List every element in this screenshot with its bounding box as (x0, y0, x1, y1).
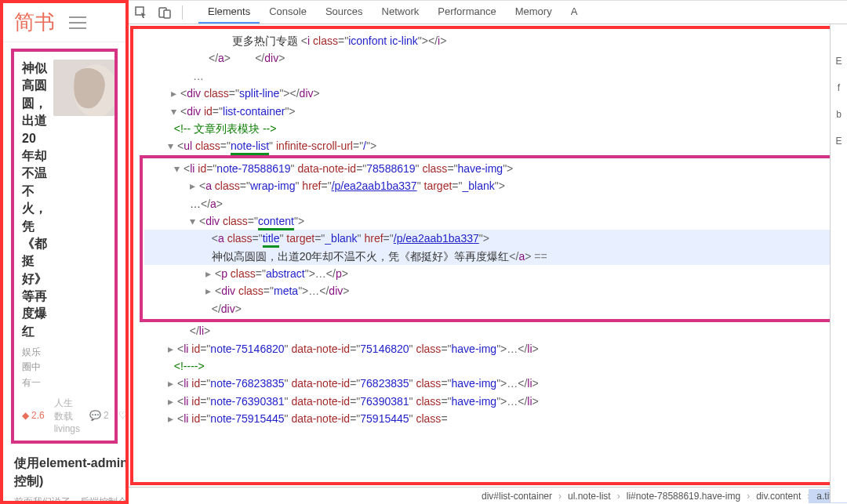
dom-node[interactable]: ▸<div class="split-line"></div> (138, 85, 836, 102)
inspect-icon[interactable] (135, 6, 147, 19)
dom-node: </div> (144, 300, 830, 317)
dom-comment: <!----> (138, 357, 836, 375)
dom-node[interactable]: ▸<li id="note-75915445" data-note-id="75… (138, 410, 836, 427)
dom-node[interactable]: ▸<a class="wrap-img" href="/p/ea2aab1ba3… (144, 177, 830, 212)
tab-elements[interactable]: Elements (198, 1, 260, 24)
device-toggle-icon[interactable] (158, 6, 171, 19)
dom-node: </li> (138, 322, 836, 339)
article-abstract: 前面我们说了，后端控制会相对安全一些。参考了https://www.cnblog… (14, 495, 129, 504)
svg-rect-18 (164, 10, 170, 18)
crumb-item[interactable]: div#list-container (474, 489, 560, 503)
devtools-tabs: Elements Console Sources Network Perform… (198, 1, 587, 24)
article-title[interactable]: 使用element-admin 实现动态路由(后端控制) (14, 455, 129, 490)
tab-console[interactable]: Console (260, 1, 316, 24)
article-item[interactable]: 神似高圆圆，出道20年却不温不火，凭《都挺好》等再度爆红 娱乐圈中有一些明星虽然… (11, 49, 118, 444)
crumb-item[interactable]: li#note-78588619.have-img (619, 489, 748, 503)
devtools-panel: Elements Console Sources Network Perform… (129, 0, 847, 504)
like-count: ♡ 9 (118, 410, 129, 421)
site-logo[interactable]: 简书 (14, 9, 55, 36)
author-name[interactable]: 人生数载livings (54, 397, 80, 434)
dom-tree[interactable]: 更多热门专题 <i class="iconfont ic-link"></i> … (130, 26, 844, 485)
tab-memory[interactable]: Memory (506, 1, 562, 24)
selected-dom-region: ▾<li id="note-78588619" data-note-id="78… (140, 155, 834, 323)
dom-text-node[interactable]: 神似高圆圆，出道20年却不温不火，凭《都挺好》等再度爆红</a> == (144, 248, 830, 265)
dom-node-selected[interactable]: <a class="title" target="_blank" href="/… (144, 230, 830, 247)
tab-network[interactable]: Network (373, 1, 429, 24)
dom-comment: <!-- 文章列表模块 --> (138, 120, 836, 137)
article-title[interactable]: 神似高圆圆，出道20年却不温不火，凭《都挺好》等再度爆红 (22, 60, 47, 340)
dom-node[interactable]: ▾<li id="note-78588619" data-note-id="78… (144, 160, 830, 177)
article-item[interactable]: 使用element-admin 实现动态路由(后端控制) 前面我们说了，后端控制… (14, 444, 115, 504)
website-panel: 简书 神似高圆圆，出道20年却不温不火，凭《都挺好》等再度爆红 娱乐圈中有一些明… (0, 0, 129, 504)
devtools-toolbar: Elements Console Sources Network Perform… (129, 1, 847, 24)
article-abstract: 娱乐圈中有一些明星虽然长相相似，但是事业发展的高度却没法相提并论，就像高圆和高圆… (22, 345, 47, 390)
crumb-item[interactable]: ul.note-list (560, 489, 619, 503)
dom-node[interactable]: ▾<div id="list-container"> (138, 103, 836, 120)
tab-sources[interactable]: Sources (316, 1, 373, 24)
tab-performance[interactable]: Performance (428, 1, 505, 24)
dom-node[interactable]: ▸<li id="note-75146820" data-note-id="75… (138, 340, 836, 357)
dom-node[interactable]: ▸<p class="abstract">…</p> (144, 265, 830, 282)
hamburger-icon[interactable] (69, 16, 86, 29)
dom-node[interactable]: ▸<li id="note-76390381" data-note-id="76… (138, 393, 836, 410)
dom-node[interactable]: ▾<ul class="note-list" infinite-scroll-u… (138, 137, 836, 154)
article-list: 神似高圆圆，出道20年却不温不火，凭《都挺好》等再度爆红 娱乐圈中有一些明星虽然… (3, 49, 125, 504)
dom-node[interactable]: ▸<li id="note-76823835" data-note-id="76… (138, 375, 836, 392)
tab-more[interactable]: A (562, 1, 587, 24)
site-nav: 简书 (3, 3, 125, 42)
dom-node[interactable]: ▸<div class="meta">…</div> (144, 282, 830, 299)
styles-sidebar-fragment: E f b E (830, 24, 847, 502)
dom-node[interactable]: ▾<div class="content"> (144, 212, 830, 230)
article-thumbnail[interactable] (53, 60, 115, 116)
crumb-item[interactable]: div.content (748, 489, 809, 503)
article-meta: ◆ 2.6 人生数载livings 💬 2 ♡ 9 (22, 397, 107, 434)
diamond-icon: ◆ 2.6 (22, 410, 45, 421)
dom-breadcrumb[interactable]: div#list-container ul.note-list li#note-… (129, 487, 847, 504)
comment-count: 💬 2 (89, 410, 109, 421)
